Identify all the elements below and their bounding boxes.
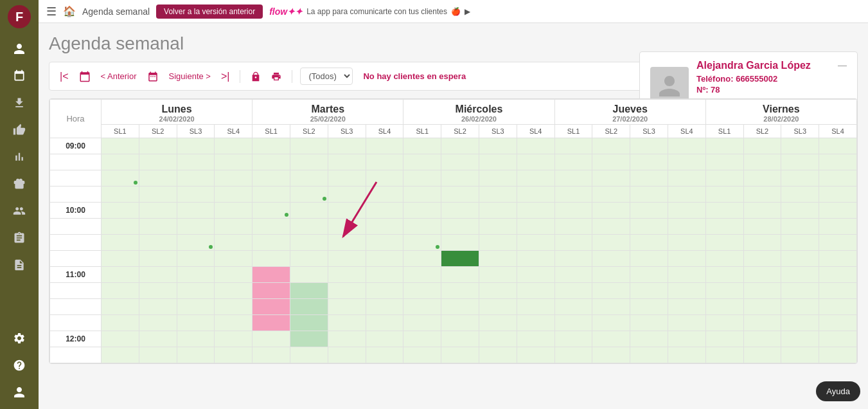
slot-d2-s2-1000[interactable] [479,203,517,219]
slot-d2-s1-1030[interactable] [441,235,479,251]
slot-d0-s0-1200[interactable] [102,331,139,347]
slot-d2-s1-1215[interactable] [441,347,479,363]
slot-d3-s1-0930[interactable] [592,170,630,186]
slot-d2-s3-1015[interactable] [517,219,554,235]
slot-d2-s1-1015[interactable] [441,219,479,235]
slot-d3-s3-0930[interactable] [668,170,705,186]
slot-d2-s3-0900[interactable] [517,138,554,154]
slot-d2-s0-0900[interactable] [403,138,441,154]
slot-d4-s2-1215[interactable] [781,347,819,363]
slot-d4-s3-1045[interactable] [819,251,857,267]
slot-d2-s3-0945[interactable] [517,186,554,203]
slot-d2-s0-1100[interactable] [403,267,441,283]
slot-d0-s2-1100[interactable] [177,267,215,283]
slot-d0-s0-1215[interactable] [102,347,139,363]
slot-d3-s2-0900[interactable] [630,138,668,154]
slot-d2-s0-1115[interactable] [403,283,441,299]
slot-d4-s1-1200[interactable] [743,331,781,347]
slot-d1-s1-1215[interactable] [290,347,328,363]
slot-d3-s3-0915[interactable] [668,154,705,170]
slot-d1-s3-0900[interactable] [366,138,403,154]
slot-d3-s3-1015[interactable] [668,219,705,235]
slot-d3-s3-1215[interactable] [668,347,705,363]
slot-d1-s2-1215[interactable] [328,347,366,363]
slot-d2-s3-1200[interactable] [517,331,554,347]
slot-d2-s2-1215[interactable] [479,347,517,363]
slot-d1-s1-1030[interactable] [290,235,328,251]
slot-d3-s2-1115[interactable] [630,283,668,299]
slot-d1-s3-1030[interactable] [366,235,403,251]
slot-d4-s0-1045[interactable] [705,251,743,267]
slot-d1-s3-0915[interactable] [366,154,403,170]
slot-d1-s0-1030[interactable] [252,235,290,251]
slot-d0-s1-1130[interactable] [139,299,177,315]
slot-d3-s1-1030[interactable] [592,235,630,251]
slot-d2-s3-1115[interactable] [517,283,554,299]
slot-d4-s0-1115[interactable] [705,283,743,299]
slot-d3-s3-1045[interactable] [668,251,705,267]
slot-d3-s3-1200[interactable] [668,331,705,347]
slot-d0-s1-1100[interactable] [139,267,177,283]
slot-d4-s3-0915[interactable] [819,154,857,170]
slot-d0-s1-0930[interactable] [139,170,177,186]
slot-d0-s3-1015[interactable] [215,219,252,235]
slot-d1-s1-1145[interactable] [290,315,328,331]
slot-d4-s3-1130[interactable] [819,299,857,315]
slot-d3-s1-1115[interactable] [592,283,630,299]
slot-d4-s0-1130[interactable] [705,299,743,315]
sidebar-item-thumb[interactable] [8,118,31,141]
slot-d0-s0-1015[interactable] [102,219,139,235]
slot-d2-s0-1145[interactable] [403,315,441,331]
slot-d4-s2-0900[interactable] [781,138,819,154]
slot-d0-s2-1145[interactable] [177,315,215,331]
slot-d3-s2-1100[interactable] [630,267,668,283]
slot-d4-s3-1000[interactable] [819,203,857,219]
slot-d2-s1-0930[interactable] [441,170,479,186]
sidebar-item-settings[interactable] [8,327,31,350]
slot-d4-s1-1015[interactable] [743,219,781,235]
slot-d1-s3-0930[interactable] [366,170,403,186]
slot-d0-s0-0930[interactable] [102,170,139,186]
slot-d3-s1-0945[interactable] [592,186,630,203]
sidebar-logo[interactable]: F [8,5,31,28]
slot-d2-s1-1000[interactable] [441,203,479,219]
slot-d2-s1-1045[interactable] [441,251,479,267]
slot-d1-s1-1130[interactable] [290,299,328,315]
slot-d2-s2-1045[interactable] [479,251,517,267]
slot-d0-s0-1030[interactable] [102,235,139,251]
slot-d3-s0-1215[interactable] [554,347,592,363]
slot-d4-s1-1130[interactable] [743,299,781,315]
slot-d0-s3-1145[interactable] [215,315,252,331]
slot-d4-s2-1145[interactable] [781,315,819,331]
slot-d3-s0-0915[interactable] [554,154,592,170]
calendar-icon-btn[interactable] [76,69,93,84]
slot-d0-s2-0930[interactable] [177,170,215,186]
slot-d4-s2-1130[interactable] [781,299,819,315]
slot-d3-s0-0945[interactable] [554,186,592,203]
slot-d0-s0-0900[interactable] [102,138,139,154]
slot-d0-s3-1115[interactable] [215,283,252,299]
slot-d2-s3-1130[interactable] [517,299,554,315]
slot-d0-s0-1130[interactable] [102,299,139,315]
slot-d1-s2-0945[interactable] [328,186,366,203]
sidebar-item-download[interactable] [8,91,31,114]
slot-d2-s3-1030[interactable] [517,235,554,251]
slot-d0-s0-1145[interactable] [102,315,139,331]
slot-d4-s1-1215[interactable] [743,347,781,363]
slot-d4-s2-1200[interactable] [781,331,819,347]
slot-d1-s1-1015[interactable] [290,219,328,235]
slot-d4-s3-1030[interactable] [819,235,857,251]
slot-d0-s1-1030[interactable] [139,235,177,251]
slot-d2-s2-1200[interactable] [479,331,517,347]
slot-d1-s0-0915[interactable] [252,154,290,170]
slot-d2-s3-0915[interactable] [517,154,554,170]
slot-d4-s0-0915[interactable] [705,154,743,170]
slot-d4-s1-1115[interactable] [743,283,781,299]
slot-d2-s2-0915[interactable] [479,154,517,170]
slot-d3-s3-1130[interactable] [668,299,705,315]
slot-d3-s0-1115[interactable] [554,283,592,299]
slot-d4-s1-1145[interactable] [743,315,781,331]
slot-d3-s0-1000[interactable] [554,203,592,219]
slot-d4-s0-1100[interactable] [705,267,743,283]
slot-d3-s1-1045[interactable] [592,251,630,267]
